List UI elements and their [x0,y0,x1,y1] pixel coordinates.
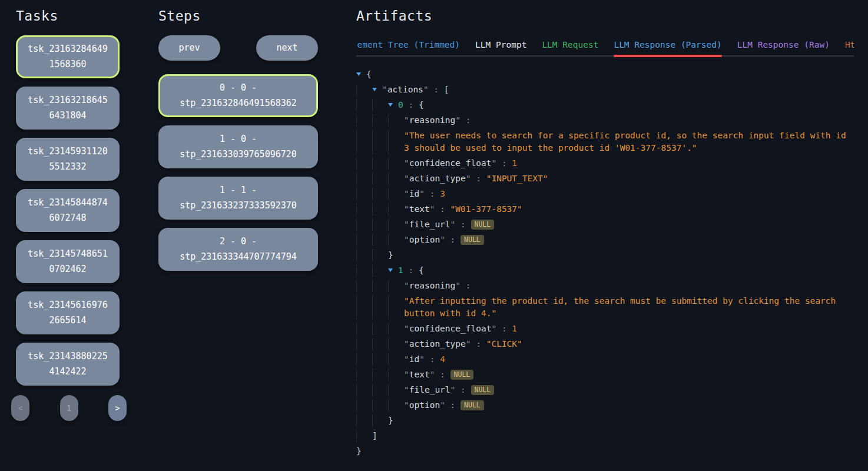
json-tree-row: "id" : 3 [356,186,854,201]
indent-guide [356,99,372,111]
json-key: actions [387,85,423,94]
step-nav: prev next [158,35,318,61]
task-button[interactable]: tsk_231456169762665614 [16,291,120,334]
json-tree-row: } [356,443,854,459]
json-key: text [409,204,430,214]
json-row-content: } [388,414,854,427]
next-step-button[interactable]: next [256,35,318,61]
indent-guide [356,338,372,350]
null-badge: NULL [471,385,495,395]
tab-llm-response-parsed[interactable]: LLM Response (Parsed) [614,40,721,57]
json-tree-row: { [356,67,854,82]
json-colon: : [425,354,440,364]
collapse-arrow-icon[interactable] [388,99,398,107]
json-tree-row: "option" : NULL [356,397,854,413]
indent-guide [388,353,404,366]
json-key: file_url [409,385,450,394]
json-key-quote: " [419,189,425,198]
indent-guide [372,114,388,127]
json-bracket: ] [372,431,377,440]
pagination-page-button[interactable]: 1 [60,395,78,421]
indent-guide [372,249,388,261]
indent-guide [388,203,404,215]
tab-llm-prompt[interactable]: LLM Prompt [475,40,526,57]
task-button[interactable]: tsk_231458448746072748 [16,189,120,232]
artifacts-panel: Artifacts Element Tree (Trimmed)LLM Prom… [356,0,854,459]
step-prefix: 0 - 0 - [220,81,257,96]
tab-llm-request[interactable]: LLM Request [542,40,598,57]
json-row-content: "file_url" : NULL [404,384,854,396]
prev-step-button[interactable]: prev [158,35,220,61]
indent-guide [372,99,388,111]
step-button[interactable]: 1 - 0 -stp_231633039765096720 [158,125,318,168]
json-number-value: 4 [440,354,445,364]
tab-llm-response-raw[interactable]: LLM Response (Raw) [737,40,830,57]
json-colon: : [460,281,471,290]
task-button[interactable]: tsk_231457486510702462 [16,240,120,283]
json-key: action_type [409,174,466,183]
json-colon: : [455,385,471,394]
json-key-quote: " [382,85,387,94]
indent-guide [356,280,372,292]
json-key-quote: " [450,220,456,229]
indent-guide [356,430,372,442]
json-bracket: { [419,266,424,275]
json-tree-row: 0 : { [356,97,854,112]
json-bracket: { [419,100,424,110]
json-key-quote: " [419,354,425,364]
indent-guide [388,338,404,350]
json-colon: : [455,220,471,229]
json-key-quote: " [404,400,409,410]
json-key: action_type [409,339,466,349]
json-key: text [409,370,430,379]
task-button[interactable]: tsk_231459311205512332 [16,138,120,181]
null-badge: NULL [460,400,484,410]
indent-guide [388,384,404,396]
step-button[interactable]: 2 - 0 -stp_231633344707774794 [158,228,318,271]
indent-guide [356,218,372,231]
json-row-content: "text" : NULL [404,369,854,381]
indent-guide [372,295,388,320]
json-key-quote: " [404,354,409,364]
indent-guide [372,188,388,200]
json-tree-row: "option" : NULL [356,232,854,247]
collapse-arrow-icon[interactable] [372,84,382,91]
task-button[interactable]: tsk_231632846491568360 [16,35,120,78]
json-tree-row: "action_type" : "CLICK" [356,336,854,351]
json-row-content: "actions" : [ [382,84,854,96]
json-number-value: 1 [512,324,517,333]
json-key-quote: " [404,174,409,183]
indent-guide [388,369,404,381]
task-button[interactable]: tsk_231438802254142422 [16,343,120,386]
tab-html-raw[interactable]: Html (Raw) [845,40,854,57]
json-key-quote: " [466,174,471,183]
null-badge: NULL [471,220,495,230]
json-key-quote: " [491,324,496,333]
json-colon: : [445,235,460,244]
json-string-value: "INPUT_TEXT" [486,174,548,183]
json-colon: : [471,339,486,349]
json-colon: : [435,370,450,379]
json-bracket: } [356,446,362,456]
json-array-index: 1 [398,266,403,275]
pagination-next-button[interactable]: > [108,395,127,421]
steps-panel: Steps prev next 0 - 0 -stp_2316328464915… [158,0,318,279]
step-button[interactable]: 0 - 0 -stp_231632846491568362 [158,74,318,117]
tab-element-tree-trimmed[interactable]: Element Tree (Trimmed) [356,40,460,57]
pagination-prev-button[interactable]: < [11,395,29,421]
task-button[interactable]: tsk_231632186456431804 [16,87,120,130]
indent-guide [356,384,372,396]
collapse-arrow-icon[interactable] [356,68,366,76]
json-row-content: "id" : 3 [404,188,854,200]
indent-guide [388,173,404,185]
json-colon: : [460,115,471,125]
json-key-quote: " [440,400,445,410]
json-row-content: "option" : NULL [404,234,854,246]
triangle-glyph [372,88,377,91]
json-tree-row: "text" : "W01-377-8537" [356,201,854,217]
json-row-content: "The user needs to search for a specific… [404,130,854,154]
indent-guide [356,399,372,412]
json-key: file_url [409,220,450,229]
step-button[interactable]: 1 - 1 -stp_231633237333592370 [158,177,318,220]
collapse-arrow-icon[interactable] [388,264,398,272]
